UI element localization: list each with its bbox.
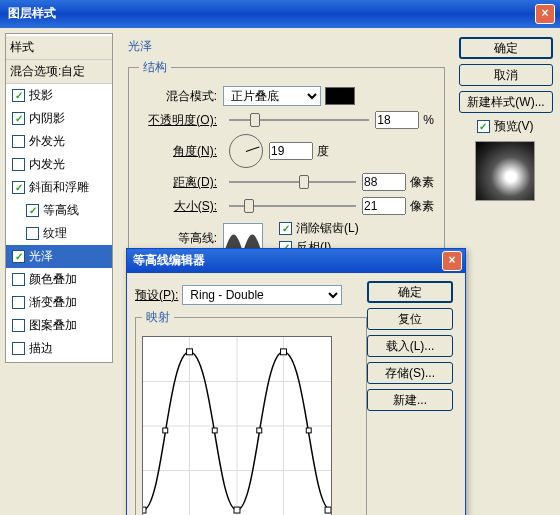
style-checkbox[interactable] <box>12 158 25 171</box>
style-item-颜色叠加[interactable]: 颜色叠加 <box>6 268 112 291</box>
style-item-外发光[interactable]: 外发光 <box>6 130 112 153</box>
editor-save-button[interactable]: 存储(S)... <box>367 362 453 384</box>
style-label: 投影 <box>29 87 53 104</box>
ok-button[interactable]: 确定 <box>459 37 553 59</box>
style-checkbox[interactable] <box>12 273 25 286</box>
angle-input[interactable] <box>269 142 313 160</box>
satin-title: 光泽 <box>128 38 445 55</box>
svg-rect-8 <box>234 507 240 513</box>
svg-rect-14 <box>306 428 311 433</box>
style-checkbox[interactable] <box>12 135 25 148</box>
angle-unit: 度 <box>317 143 329 160</box>
svg-rect-11 <box>163 428 168 433</box>
style-checkbox[interactable] <box>12 296 25 309</box>
preview-checkbox[interactable]: ✓ <box>477 120 490 133</box>
distance-input[interactable] <box>362 173 406 191</box>
svg-rect-10 <box>325 507 331 513</box>
svg-rect-6 <box>143 507 146 513</box>
style-checkbox[interactable] <box>12 319 25 332</box>
contour-label: 等高线: <box>139 230 217 247</box>
svg-rect-7 <box>187 349 193 355</box>
style-label: 外发光 <box>29 133 65 150</box>
opacity-input[interactable] <box>375 111 419 129</box>
preview-thumbnail <box>475 141 535 201</box>
contour-graph[interactable] <box>142 336 332 515</box>
editor-reset-button[interactable]: 复位 <box>367 308 453 330</box>
svg-rect-12 <box>212 428 217 433</box>
angle-dial[interactable] <box>229 134 263 168</box>
style-checkbox[interactable]: ✓ <box>12 250 25 263</box>
editor-titlebar: 等高线编辑器 × <box>127 249 465 273</box>
distance-label: 距离(D): <box>139 174 217 191</box>
style-checkbox[interactable]: ✓ <box>12 181 25 194</box>
style-checkbox[interactable]: ✓ <box>26 204 39 217</box>
style-label: 渐变叠加 <box>29 294 77 311</box>
style-item-内发光[interactable]: 内发光 <box>6 153 112 176</box>
size-unit: 像素 <box>410 198 434 215</box>
window-title: 图层样式 <box>8 6 56 20</box>
style-label: 光泽 <box>29 248 53 265</box>
style-item-斜面和浮雕[interactable]: ✓斜面和浮雕 <box>6 176 112 199</box>
structure-group: 结构 混合模式: 正片叠底 不透明度(O): % 角度(N): 度 距离(D): <box>128 59 445 271</box>
style-checkbox[interactable] <box>12 342 25 355</box>
style-item-纹理[interactable]: 纹理 <box>6 222 112 245</box>
style-item-光泽[interactable]: ✓光泽 <box>6 245 112 268</box>
style-item-内阴影[interactable]: ✓内阴影 <box>6 107 112 130</box>
style-label: 斜面和浮雕 <box>29 179 89 196</box>
editor-close-icon[interactable]: × <box>442 251 462 271</box>
styles-list: 样式 混合选项:自定 ✓投影✓内阴影外发光内发光✓斜面和浮雕✓等高线纹理✓光泽颜… <box>5 33 113 363</box>
preview-label: 预览(V) <box>494 118 534 135</box>
editor-title: 等高线编辑器 <box>133 253 205 267</box>
svg-rect-13 <box>257 428 262 433</box>
style-item-描边[interactable]: 描边 <box>6 337 112 360</box>
editor-ok-button[interactable]: 确定 <box>367 281 453 303</box>
distance-slider[interactable] <box>229 172 356 192</box>
style-item-渐变叠加[interactable]: 渐变叠加 <box>6 291 112 314</box>
style-label: 颜色叠加 <box>29 271 77 288</box>
opacity-label: 不透明度(O): <box>139 112 217 129</box>
mapping-group: 映射 <box>135 309 367 515</box>
style-item-图案叠加[interactable]: 图案叠加 <box>6 314 112 337</box>
size-label: 大小(S): <box>139 198 217 215</box>
new-style-button[interactable]: 新建样式(W)... <box>459 91 553 113</box>
size-input[interactable] <box>362 197 406 215</box>
style-item-投影[interactable]: ✓投影 <box>6 84 112 107</box>
blend-mode-select[interactable]: 正片叠底 <box>223 86 321 106</box>
angle-label: 角度(N): <box>139 143 217 160</box>
style-checkbox[interactable] <box>26 227 39 240</box>
preset-select[interactable]: Ring - Double <box>182 285 342 305</box>
size-slider[interactable] <box>229 196 356 216</box>
style-item-等高线[interactable]: ✓等高线 <box>6 199 112 222</box>
style-label: 内发光 <box>29 156 65 173</box>
blend-mode-label: 混合模式: <box>139 88 217 105</box>
cancel-button[interactable]: 取消 <box>459 64 553 86</box>
main-titlebar: 图层样式 × <box>0 0 560 28</box>
style-label: 纹理 <box>43 225 67 242</box>
style-checkbox[interactable]: ✓ <box>12 112 25 125</box>
style-label: 内阴影 <box>29 110 65 127</box>
style-label: 等高线 <box>43 202 79 219</box>
svg-rect-9 <box>281 349 287 355</box>
distance-unit: 像素 <box>410 174 434 191</box>
blend-options-header[interactable]: 混合选项:自定 <box>6 60 112 84</box>
antialias-checkbox[interactable]: ✓ <box>279 222 292 235</box>
preset-label: 预设(P): <box>135 287 178 304</box>
close-icon[interactable]: × <box>535 4 555 24</box>
style-label: 图案叠加 <box>29 317 77 334</box>
structure-legend: 结构 <box>139 59 171 76</box>
contour-editor-dialog: 等高线编辑器 × 预设(P): Ring - Double 映射 <box>126 248 466 515</box>
style-checkbox[interactable]: ✓ <box>12 89 25 102</box>
opacity-unit: % <box>423 113 434 127</box>
antialias-label: 消除锯齿(L) <box>296 220 359 237</box>
editor-new-button[interactable]: 新建... <box>367 389 453 411</box>
editor-load-button[interactable]: 载入(L)... <box>367 335 453 357</box>
styles-header[interactable]: 样式 <box>6 36 112 60</box>
mapping-legend: 映射 <box>142 309 174 326</box>
style-label: 描边 <box>29 340 53 357</box>
opacity-slider[interactable] <box>229 110 369 130</box>
color-swatch[interactable] <box>325 87 355 105</box>
